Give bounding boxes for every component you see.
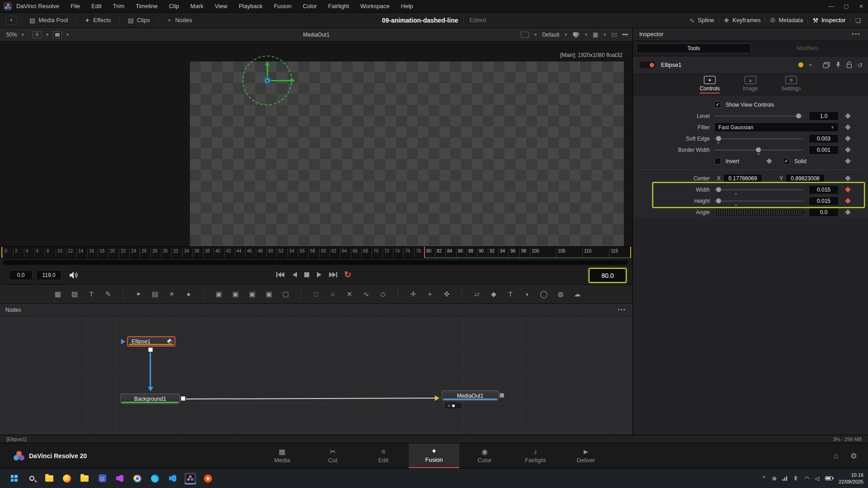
grid-overlay-icon[interactable]: ▦ (593, 31, 598, 38)
tool-icon[interactable]: ✕ (345, 290, 354, 298)
menu-item[interactable]: Fusion (274, 3, 292, 9)
timeline-ruler[interactable]: 0246810121416182022242628303234363840424… (0, 246, 632, 258)
width-keyframe-icon[interactable] (845, 187, 851, 192)
tool-icon[interactable]: ▢ (281, 290, 290, 298)
loop-playback-button[interactable]: ↻ (344, 269, 351, 280)
spline-button[interactable]: ∿Spline (685, 17, 719, 24)
davinci-resolve-taskbar-icon[interactable] (184, 473, 196, 484)
chevron-down-icon[interactable]: ▼ (808, 63, 812, 67)
range-end-field[interactable]: 119.0 (36, 270, 61, 280)
dual-viewer-icon[interactable]: ▯▯ (611, 32, 618, 38)
edge-icon[interactable] (149, 473, 161, 484)
taskbar-clock[interactable]: 10.16 22/09/2025 (839, 472, 863, 485)
level-keyframe-icon[interactable] (845, 113, 851, 119)
menu-item[interactable]: File (71, 3, 80, 9)
tool-icon[interactable]: T (87, 290, 96, 298)
taskbar-search-icon[interactable] (26, 473, 38, 484)
ellipse1-output-port[interactable] (148, 347, 153, 352)
tool-icon[interactable]: ● (184, 290, 193, 298)
panel-expand-button[interactable]: ▼ (5, 16, 17, 25)
node-ellipse1[interactable]: Ellipse1 (127, 336, 175, 347)
menu-item[interactable]: View (215, 3, 227, 9)
inspector-button[interactable]: ⚒Inspector (808, 17, 850, 24)
menu-item[interactable]: DaVinci Resolve (16, 3, 59, 9)
tool-icon[interactable]: ◇ (378, 290, 387, 298)
tool-icon[interactable]: ▦ (53, 290, 62, 298)
tool-icon[interactable]: ☀ (167, 290, 176, 298)
minimize-icon[interactable]: — (829, 3, 834, 9)
height-slider[interactable] (714, 201, 803, 202)
height-keyframe-icon[interactable] (845, 198, 851, 204)
tray-battery-icon[interactable] (825, 476, 833, 480)
tray-network-icon[interactable]: ⊕ (772, 475, 777, 482)
node-background1[interactable]: Background1 (120, 394, 180, 404)
page-tab-deliver[interactable]: ►Deliver (561, 443, 611, 468)
app-icon-colored[interactable] (114, 473, 126, 484)
border-width-slider[interactable] (714, 150, 803, 150)
tray-volume-icon[interactable]: ◁ (815, 475, 819, 482)
subtab-controls[interactable]: ✦ Controls (695, 76, 724, 95)
region-select-icon[interactable] (521, 32, 529, 38)
solid-checkbox[interactable]: ✓ (783, 158, 790, 164)
pin-icon[interactable] (835, 61, 841, 68)
inspector-options-icon[interactable]: ••• (852, 31, 861, 38)
timeline-scrollbar[interactable] (0, 258, 632, 267)
tool-icon[interactable]: ▱ (472, 290, 481, 298)
range-start-field[interactable]: 0.0 (9, 270, 33, 280)
keyframes-button[interactable]: ❖Keyframes (719, 17, 765, 24)
soft-edge-slider[interactable] (714, 138, 803, 139)
tool-icon[interactable]: ☁ (573, 290, 582, 298)
menu-item[interactable]: Timeline (136, 3, 158, 9)
tray-mic-icon[interactable]: 🎙︎ (793, 475, 798, 482)
filter-dropdown[interactable]: Fast Gaussian ▼ (714, 122, 839, 132)
start-button[interactable] (8, 473, 20, 484)
angle-value-field[interactable]: 0.0 (809, 208, 839, 217)
tray-chevron-up-icon[interactable]: ⌃ (762, 475, 766, 482)
connection-ellipse1-background1[interactable] (150, 352, 151, 388)
page-tab-color[interactable]: ◉Color (459, 443, 510, 468)
tool-icon[interactable]: ▣ (214, 290, 223, 298)
center-x-field[interactable]: 0.17786069 (723, 174, 762, 183)
chevron-down-icon[interactable]: ▼ (584, 33, 588, 37)
tool-icon[interactable]: ◍ (556, 290, 565, 298)
chevron-down-icon[interactable]: ▼ (603, 33, 607, 37)
audio-mute-icon[interactable] (69, 271, 78, 279)
reset-icon[interactable]: ↺ (857, 61, 863, 69)
mediaout1-output-port[interactable] (500, 393, 504, 398)
vscode-icon[interactable] (167, 473, 179, 484)
subtab-image[interactable]: ▲ Image (736, 76, 765, 95)
clips-button[interactable]: ▤Clips (123, 17, 155, 24)
tool-icon[interactable]: T (506, 290, 515, 298)
menu-item[interactable]: Edit (91, 3, 101, 9)
page-tab-fusion[interactable]: ✦Fusion (409, 443, 459, 468)
node-enable-toggle[interactable] (639, 61, 656, 68)
stop-button[interactable] (304, 271, 310, 278)
tray-wifi-icon[interactable]: ◠ (804, 475, 809, 482)
playhead-marker[interactable] (424, 247, 425, 258)
play-reverse-button[interactable] (291, 271, 297, 278)
viewer-options-icon[interactable]: ••• (622, 32, 628, 38)
level-value-field[interactable]: 1.0 (809, 112, 839, 121)
home-icon[interactable]: ⌂ (834, 451, 838, 460)
maximize-icon[interactable]: ▢ (844, 3, 849, 9)
level-slider[interactable] (714, 116, 803, 117)
width-slider[interactable] (714, 189, 803, 190)
panel-layout-button[interactable]: ❏ (850, 17, 865, 24)
node-color-dot-icon[interactable] (798, 62, 803, 67)
page-tab-media[interactable]: ▦Media (257, 443, 307, 468)
close-icon[interactable]: ✕ (859, 3, 863, 9)
color-controls-icon[interactable] (572, 32, 580, 38)
tab-tools[interactable]: Tools (637, 43, 751, 53)
menu-item[interactable]: Playback (239, 3, 263, 9)
tool-icon[interactable]: ⌖ (425, 290, 434, 298)
tool-icon[interactable]: ✜ (442, 290, 451, 298)
file-explorer-icon[interactable] (43, 473, 55, 484)
tray-signal-icon[interactable] (783, 476, 788, 481)
lock-icon[interactable] (846, 61, 852, 68)
nodes-button[interactable]: ⚬Nodes (162, 17, 197, 24)
tool-icon[interactable]: ▣ (248, 290, 257, 298)
tool-icon[interactable]: ◆ (489, 290, 498, 298)
center-keyframe-icon[interactable] (845, 175, 851, 181)
border-width-value-field[interactable]: 0.001 (809, 145, 839, 155)
menu-item[interactable]: Workspace (360, 3, 390, 9)
